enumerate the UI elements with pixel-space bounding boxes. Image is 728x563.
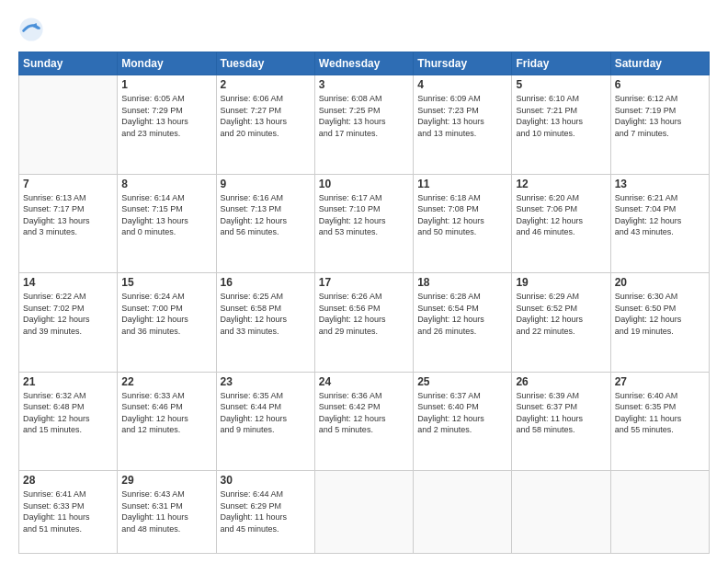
day-number: 2 <box>221 78 311 91</box>
day-number: 10 <box>319 178 409 190</box>
calendar-cell: 8Sunrise: 6:14 AM Sunset: 7:15 PM Daylig… <box>118 174 216 273</box>
header <box>18 17 710 42</box>
calendar-cell <box>314 471 413 554</box>
calendar-day-header: Friday <box>512 52 610 75</box>
calendar-cell: 5Sunrise: 6:10 AM Sunset: 7:21 PM Daylig… <box>512 75 610 175</box>
day-info: Sunrise: 6:12 AM Sunset: 7:19 PM Dayligh… <box>615 93 705 139</box>
day-info: Sunrise: 6:16 AM Sunset: 7:13 PM Dayligh… <box>221 192 311 238</box>
day-info: Sunrise: 6:13 AM Sunset: 7:17 PM Dayligh… <box>23 192 113 238</box>
day-number: 25 <box>417 375 507 388</box>
day-info: Sunrise: 6:05 AM Sunset: 7:29 PM Dayligh… <box>121 93 211 139</box>
calendar-cell: 20Sunrise: 6:30 AM Sunset: 6:50 PM Dayli… <box>610 273 709 373</box>
calendar-cell: 3Sunrise: 6:08 AM Sunset: 7:25 PM Daylig… <box>314 75 413 175</box>
logo-icon <box>18 17 44 42</box>
day-number: 11 <box>417 178 507 190</box>
calendar-cell: 23Sunrise: 6:35 AM Sunset: 6:44 PM Dayli… <box>216 372 314 471</box>
calendar-cell: 14Sunrise: 6:22 AM Sunset: 7:02 PM Dayli… <box>19 273 118 373</box>
calendar-cell: 1Sunrise: 6:05 AM Sunset: 7:29 PM Daylig… <box>118 75 216 175</box>
day-number: 30 <box>221 474 311 487</box>
calendar-cell: 29Sunrise: 6:43 AM Sunset: 6:31 PM Dayli… <box>118 471 216 554</box>
day-info: Sunrise: 6:18 AM Sunset: 7:08 PM Dayligh… <box>417 192 507 238</box>
day-info: Sunrise: 6:08 AM Sunset: 7:25 PM Dayligh… <box>319 93 409 139</box>
day-info: Sunrise: 6:06 AM Sunset: 7:27 PM Dayligh… <box>221 93 311 139</box>
day-info: Sunrise: 6:21 AM Sunset: 7:04 PM Dayligh… <box>615 192 705 238</box>
day-info: Sunrise: 6:09 AM Sunset: 7:23 PM Dayligh… <box>417 93 507 139</box>
calendar-cell: 16Sunrise: 6:25 AM Sunset: 6:58 PM Dayli… <box>216 273 314 373</box>
calendar-cell: 6Sunrise: 6:12 AM Sunset: 7:19 PM Daylig… <box>610 75 709 175</box>
day-info: Sunrise: 6:33 AM Sunset: 6:46 PM Dayligh… <box>121 390 211 436</box>
day-number: 22 <box>121 375 211 388</box>
day-number: 3 <box>319 78 409 91</box>
calendar-cell: 26Sunrise: 6:39 AM Sunset: 6:37 PM Dayli… <box>512 372 610 471</box>
day-number: 29 <box>121 474 211 487</box>
day-number: 7 <box>23 178 113 190</box>
calendar-cell: 22Sunrise: 6:33 AM Sunset: 6:46 PM Dayli… <box>118 372 216 471</box>
day-number: 20 <box>615 276 705 289</box>
day-number: 15 <box>121 276 211 289</box>
day-info: Sunrise: 6:35 AM Sunset: 6:44 PM Dayligh… <box>221 390 311 436</box>
calendar-cell: 17Sunrise: 6:26 AM Sunset: 6:56 PM Dayli… <box>314 273 413 373</box>
calendar-cell: 30Sunrise: 6:44 AM Sunset: 6:29 PM Dayli… <box>216 471 314 554</box>
calendar-header-row: SundayMondayTuesdayWednesdayThursdayFrid… <box>19 52 710 75</box>
calendar-cell <box>414 471 512 554</box>
day-info: Sunrise: 6:43 AM Sunset: 6:31 PM Dayligh… <box>121 488 211 534</box>
day-info: Sunrise: 6:20 AM Sunset: 7:06 PM Dayligh… <box>516 192 606 238</box>
day-info: Sunrise: 6:44 AM Sunset: 6:29 PM Dayligh… <box>221 488 311 534</box>
day-number: 19 <box>516 276 606 289</box>
day-number: 8 <box>121 178 211 190</box>
day-info: Sunrise: 6:36 AM Sunset: 6:42 PM Dayligh… <box>319 390 409 436</box>
day-number: 18 <box>417 276 507 289</box>
day-number: 9 <box>221 178 311 190</box>
calendar-cell <box>19 75 118 175</box>
day-info: Sunrise: 6:41 AM Sunset: 6:33 PM Dayligh… <box>23 488 113 534</box>
logo <box>18 17 48 42</box>
day-number: 21 <box>23 375 113 388</box>
day-info: Sunrise: 6:22 AM Sunset: 7:02 PM Dayligh… <box>23 291 113 337</box>
day-number: 23 <box>221 375 311 388</box>
calendar-day-header: Sunday <box>19 52 118 75</box>
calendar-cell: 11Sunrise: 6:18 AM Sunset: 7:08 PM Dayli… <box>414 174 512 273</box>
calendar-cell: 9Sunrise: 6:16 AM Sunset: 7:13 PM Daylig… <box>216 174 314 273</box>
calendar-cell: 7Sunrise: 6:13 AM Sunset: 7:17 PM Daylig… <box>19 174 118 273</box>
day-number: 13 <box>615 178 705 190</box>
day-number: 16 <box>221 276 311 289</box>
day-info: Sunrise: 6:26 AM Sunset: 6:56 PM Dayligh… <box>319 291 409 337</box>
calendar-day-header: Thursday <box>414 52 512 75</box>
day-info: Sunrise: 6:30 AM Sunset: 6:50 PM Dayligh… <box>615 291 705 337</box>
calendar-cell: 24Sunrise: 6:36 AM Sunset: 6:42 PM Dayli… <box>314 372 413 471</box>
day-number: 5 <box>516 78 606 91</box>
day-info: Sunrise: 6:32 AM Sunset: 6:48 PM Dayligh… <box>23 390 113 436</box>
day-info: Sunrise: 6:10 AM Sunset: 7:21 PM Dayligh… <box>516 93 606 139</box>
calendar-cell: 2Sunrise: 6:06 AM Sunset: 7:27 PM Daylig… <box>216 75 314 175</box>
day-number: 26 <box>516 375 606 388</box>
calendar-table: SundayMondayTuesdayWednesdayThursdayFrid… <box>18 52 710 554</box>
day-number: 17 <box>319 276 409 289</box>
day-number: 28 <box>23 474 113 487</box>
day-number: 12 <box>516 178 606 190</box>
calendar-week-row: 14Sunrise: 6:22 AM Sunset: 7:02 PM Dayli… <box>19 273 710 373</box>
calendar-week-row: 21Sunrise: 6:32 AM Sunset: 6:48 PM Dayli… <box>19 372 710 471</box>
day-info: Sunrise: 6:28 AM Sunset: 6:54 PM Dayligh… <box>417 291 507 337</box>
calendar-day-header: Monday <box>118 52 216 75</box>
calendar-cell: 19Sunrise: 6:29 AM Sunset: 6:52 PM Dayli… <box>512 273 610 373</box>
page: SundayMondayTuesdayWednesdayThursdayFrid… <box>0 0 728 563</box>
day-number: 14 <box>23 276 113 289</box>
calendar-cell: 28Sunrise: 6:41 AM Sunset: 6:33 PM Dayli… <box>19 471 118 554</box>
day-info: Sunrise: 6:40 AM Sunset: 6:35 PM Dayligh… <box>615 390 705 436</box>
calendar-cell: 10Sunrise: 6:17 AM Sunset: 7:10 PM Dayli… <box>314 174 413 273</box>
day-number: 1 <box>121 78 211 91</box>
calendar-cell: 15Sunrise: 6:24 AM Sunset: 7:00 PM Dayli… <box>118 273 216 373</box>
calendar-cell: 21Sunrise: 6:32 AM Sunset: 6:48 PM Dayli… <box>19 372 118 471</box>
calendar-week-row: 28Sunrise: 6:41 AM Sunset: 6:33 PM Dayli… <box>19 471 710 554</box>
day-info: Sunrise: 6:14 AM Sunset: 7:15 PM Dayligh… <box>121 192 211 238</box>
calendar-cell: 27Sunrise: 6:40 AM Sunset: 6:35 PM Dayli… <box>610 372 709 471</box>
day-number: 24 <box>319 375 409 388</box>
day-info: Sunrise: 6:24 AM Sunset: 7:00 PM Dayligh… <box>121 291 211 337</box>
day-number: 6 <box>615 78 705 91</box>
calendar-cell: 18Sunrise: 6:28 AM Sunset: 6:54 PM Dayli… <box>414 273 512 373</box>
calendar-cell: 13Sunrise: 6:21 AM Sunset: 7:04 PM Dayli… <box>610 174 709 273</box>
day-info: Sunrise: 6:29 AM Sunset: 6:52 PM Dayligh… <box>516 291 606 337</box>
calendar-cell: 12Sunrise: 6:20 AM Sunset: 7:06 PM Dayli… <box>512 174 610 273</box>
day-number: 27 <box>615 375 705 388</box>
calendar-week-row: 1Sunrise: 6:05 AM Sunset: 7:29 PM Daylig… <box>19 75 710 175</box>
